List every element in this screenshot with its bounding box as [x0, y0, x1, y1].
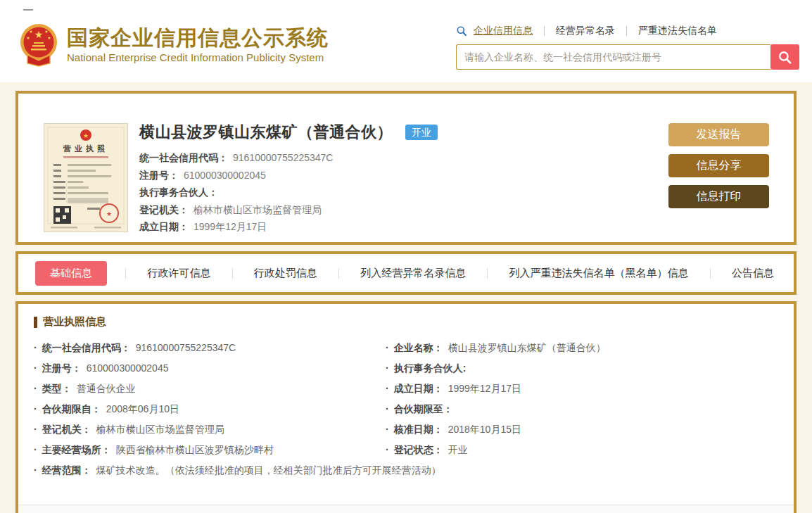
- site-brand: ★ ★ ★ ★ ★ 国家企业信用信息公示系统 National Enterpri…: [20, 23, 329, 67]
- site-header: ★ ★ ★ ★ ★ 国家企业信用信息公示系统 National Enterpri…: [0, 0, 812, 82]
- license-info-panel: 营业执照信息 统一社会信用代码：91610000755225347C 企业名称：…: [15, 301, 797, 513]
- search-icon: [456, 25, 467, 37]
- tab-separator: [338, 268, 339, 279]
- tab-separator: [232, 268, 233, 279]
- search-icon: [778, 50, 792, 65]
- tab-bar: 基础信息 行政许可信息 行政处罚信息 列入经营异常名录信息 列入严重违法失信名单…: [15, 251, 797, 295]
- status-badge: 开业: [405, 125, 438, 140]
- tab-abnormal-operations-list[interactable]: 列入经营异常名录信息: [357, 261, 469, 286]
- national-emblem-logo: ★ ★ ★ ★ ★: [20, 23, 58, 67]
- header-search-area: 企业信用信息 经营异常名录 严重违法失信名单: [456, 24, 799, 70]
- business-license-thumbnail: ★ 营业执照 ★: [44, 123, 128, 232]
- svg-text:★: ★: [34, 29, 44, 40]
- decorative-dash: [23, 9, 33, 11]
- field-registration-number: 注册号：610000300002045: [139, 167, 438, 184]
- qr-code: [53, 206, 71, 224]
- tab-separator: [487, 268, 488, 279]
- page-main: ★ 营业执照 ★: [0, 82, 812, 513]
- field-executive-partner: 执行事务合伙人:: [386, 358, 778, 379]
- field-registration-status: 登记状态：开业: [386, 440, 778, 460]
- field-registration-authority: 登记机关：榆林市横山区市场监督管理局: [139, 201, 438, 219]
- tab-separator: [125, 268, 126, 279]
- field-partnership-term-to: 合伙期限至：: [386, 399, 778, 419]
- tab-serious-violations-blacklist[interactable]: 列入严重违法失信名单（黑名单）信息: [507, 261, 692, 286]
- svg-text:★: ★: [26, 36, 30, 40]
- action-buttons: 发送报告 信息分享 信息打印: [668, 123, 769, 216]
- field-business-scope: 经营范围：煤矿技术改造。（依法须经批准的项目，经相关部门批准后方可开展经营活动）: [34, 460, 778, 481]
- site-subtitle: National Enterprise Credit Information P…: [67, 51, 329, 63]
- company-name: 横山县波罗镇山东煤矿（普通合伙）: [139, 122, 393, 143]
- field-executive-partner: 执行事务合伙人：: [139, 184, 438, 201]
- field-company-type: 类型：普通合伙企业: [34, 379, 386, 399]
- nav-link-enterprise-credit[interactable]: 企业信用信息: [474, 25, 533, 37]
- header-nav: 企业信用信息 经营异常名录 严重违法失信名单: [456, 24, 799, 38]
- field-company-name: 企业名称：横山县波罗镇山东煤矿（普通合伙）: [386, 338, 778, 358]
- tab-administrative-licensing[interactable]: 行政许可信息: [144, 261, 213, 286]
- section-title: 营业执照信息: [34, 315, 778, 329]
- tab-separator: [710, 268, 711, 279]
- company-info: 横山县波罗镇山东煤矿（普通合伙） 开业 统一社会信用代码：91610000755…: [139, 122, 438, 236]
- license-thumb-title: 营业执照: [63, 144, 108, 153]
- send-report-button[interactable]: 发送报告: [668, 123, 769, 146]
- svg-text:★: ★: [83, 132, 89, 139]
- field-establishment-date: 成立日期：1999年12月17日: [139, 218, 438, 236]
- field-credit-code: 统一社会信用代码：91610000755225347C: [139, 149, 438, 167]
- svg-text:★: ★: [44, 30, 48, 34]
- nav-separator: [626, 26, 627, 36]
- field-establishment-date: 成立日期：1999年12月17日: [386, 379, 778, 399]
- field-credit-code: 统一社会信用代码：91610000755225347C: [34, 338, 386, 358]
- field-approval-date: 核准日期：2018年10月15日: [386, 419, 778, 440]
- field-partnership-term-from: 合伙期限自：2008年06月10日: [34, 399, 386, 419]
- field-main-business-premises: 主要经营场所：陕西省榆林市横山区波罗镇杨沙畔村: [34, 440, 386, 460]
- svg-text:★: ★: [47, 36, 51, 40]
- section-title-bar: [34, 317, 37, 328]
- tab-announcements[interactable]: 公告信息: [729, 261, 777, 286]
- nav-link-serious-violations[interactable]: 严重违法失信名单: [638, 25, 717, 37]
- license-info-grid: 统一社会信用代码：91610000755225347C 企业名称：横山县波罗镇山…: [34, 338, 778, 481]
- site-title: 国家企业信用信息公示系统: [67, 26, 329, 49]
- search-button[interactable]: [770, 44, 799, 70]
- tab-administrative-penalty[interactable]: 行政处罚信息: [251, 261, 320, 286]
- share-info-button[interactable]: 信息分享: [668, 154, 769, 177]
- print-info-button[interactable]: 信息打印: [668, 185, 769, 208]
- nav-link-abnormal-operations[interactable]: 经营异常名录: [556, 25, 615, 37]
- tab-basic-info[interactable]: 基础信息: [35, 261, 107, 286]
- field-registration-authority: 登记机关：榆林市横山区市场监督管理局: [34, 419, 386, 440]
- content-footer-strip: [18, 505, 794, 513]
- field-registration-number: 注册号：610000300002045: [34, 358, 386, 379]
- search-input[interactable]: [456, 44, 770, 70]
- nav-separator: [544, 26, 545, 36]
- svg-text:★: ★: [29, 30, 32, 34]
- company-summary-card: ★ 营业执照 ★: [15, 91, 797, 245]
- svg-text:★: ★: [106, 210, 112, 217]
